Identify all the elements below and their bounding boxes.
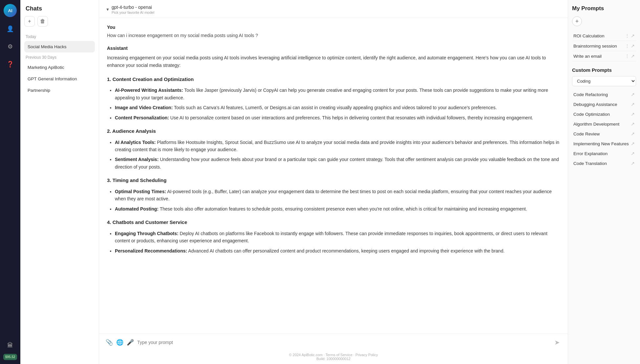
external-link-icon[interactable]: ↗ bbox=[631, 92, 635, 97]
section-3-bullets: Optimal Posting Times: AI-powered tools … bbox=[107, 188, 560, 212]
section-heading-4: 4. Chatbots and Customer Service bbox=[107, 218, 560, 227]
chat-item-label: GPT General Information bbox=[28, 76, 86, 81]
section-1-bullets: AI-Powered Writing Assistants: Tools lik… bbox=[107, 87, 560, 121]
custom-prompt-code-optimization[interactable]: Code Optimization ↗ bbox=[572, 109, 636, 119]
external-link-icon[interactable]: ↗ bbox=[631, 151, 635, 156]
custom-prompt-algorithm-dev[interactable]: Algorithm Development ↗ bbox=[572, 119, 636, 129]
my-prompt-write-email[interactable]: Write an email ⋮ ↗ bbox=[572, 51, 636, 61]
external-link-icon[interactable]: ↗ bbox=[631, 102, 635, 107]
model-bar: ▼ gpt-4-turbo - openai Pick your favorit… bbox=[99, 0, 568, 18]
my-prompt-brainstorm[interactable]: Brainstorming session ⋮ ↗ bbox=[572, 41, 636, 51]
custom-prompt-code-refactoring[interactable]: Code Refactoring ↗ bbox=[572, 90, 636, 99]
my-prompts-title: My Prompts bbox=[572, 5, 636, 12]
bullet-item: Sentiment Analysis: Understanding how yo… bbox=[115, 156, 560, 171]
external-link-icon[interactable]: ↗ bbox=[631, 131, 635, 136]
new-chat-button[interactable]: + bbox=[24, 16, 35, 27]
bullet-item: Optimal Posting Times: AI-powered tools … bbox=[115, 188, 560, 203]
sidebar-actions: + 🗑 bbox=[24, 16, 95, 27]
external-link-icon[interactable]: ↗ bbox=[631, 121, 635, 127]
attach-icon[interactable]: 📎 bbox=[106, 339, 113, 346]
custom-prompt-label: Implementing New Features bbox=[573, 141, 631, 146]
input-bar: 📎 🌐 🎤 ➤ bbox=[99, 334, 568, 351]
prompt-more-icon[interactable]: ⋮ bbox=[625, 33, 629, 38]
bullet-item: Image and Video Creation: Tools such as … bbox=[115, 104, 560, 111]
chat-item-label: Social Media Hacks bbox=[28, 44, 86, 49]
footer-copyright: © 2024 ApiBotic.com · Terms of Service ·… bbox=[99, 353, 568, 357]
mic-icon[interactable]: 🎤 bbox=[127, 339, 134, 346]
today-label: Today bbox=[26, 34, 94, 39]
section-heading-3: 3. Timing and Scheduling bbox=[107, 176, 560, 185]
nav-icon-bank[interactable]: 🏛 bbox=[4, 339, 16, 351]
chat-item-label: Marketing ApiBotic bbox=[28, 65, 86, 70]
bullet-item: Automated Posting: These tools also offe… bbox=[115, 205, 560, 212]
external-link-icon[interactable]: ↗ bbox=[631, 111, 635, 117]
prompt-input[interactable] bbox=[137, 340, 550, 345]
nav-icon-gear[interactable]: ⚙ bbox=[4, 41, 16, 52]
bullet-item: Engaging Through Chatbots: Deploy AI cha… bbox=[115, 230, 560, 245]
custom-prompt-label: Code Translation bbox=[573, 161, 631, 166]
nav-credit-balance[interactable]: $95.52 bbox=[3, 354, 17, 360]
prompt-label: Brainstorming session bbox=[573, 44, 625, 49]
section-2-bullets: AI Analytics Tools: Platforms like Hoots… bbox=[107, 139, 560, 171]
nav-icon-person[interactable]: 👤 bbox=[4, 23, 16, 35]
my-prompt-roi-calc[interactable]: ROI Calculation ⋮ ↗ bbox=[572, 31, 636, 41]
send-button[interactable]: ➤ bbox=[553, 337, 561, 348]
custom-prompt-label: Error Explanation bbox=[573, 151, 631, 156]
chat-item-social-media-hacks[interactable]: Social Media Hacks ⋮ bbox=[24, 41, 95, 52]
category-select[interactable]: Coding Marketing General Writing bbox=[572, 76, 636, 86]
custom-prompt-label: Code Optimization bbox=[573, 112, 631, 117]
assistant-intro: Increasing engagement on your social med… bbox=[107, 54, 560, 69]
globe-icon[interactable]: 🌐 bbox=[116, 339, 123, 346]
sidebar: Chats + 🗑 Today Social Media Hacks ⋮ Pre… bbox=[20, 0, 99, 364]
prev30-label: Previous 30 Days bbox=[26, 55, 94, 60]
custom-prompt-label: Algorithm Development bbox=[573, 122, 631, 127]
bullet-item: AI Analytics Tools: Platforms like Hoots… bbox=[115, 139, 560, 153]
section-heading-2: 2. Audience Analysis bbox=[107, 127, 560, 135]
custom-prompt-code-review[interactable]: Code Review ↗ bbox=[572, 129, 636, 139]
prompt-open-icon[interactable]: ↗ bbox=[631, 33, 635, 38]
app-logo[interactable]: AI bbox=[4, 4, 17, 17]
right-panel: My Prompts + ROI Calculation ⋮ ↗ Brainst… bbox=[568, 0, 640, 364]
nav-icon-question[interactable]: ❓ bbox=[4, 58, 16, 70]
model-name: gpt-4-turbo - openai bbox=[112, 5, 154, 10]
prompt-label: Write an email bbox=[573, 54, 625, 59]
add-prompt-button[interactable]: + bbox=[572, 16, 582, 26]
prompt-more-icon[interactable]: ⋮ bbox=[625, 53, 629, 59]
section-4-bullets: Engaging Through Chatbots: Deploy AI cha… bbox=[107, 230, 560, 254]
custom-prompt-label: Code Refactoring bbox=[573, 92, 631, 97]
chat-item-marketing-apibotic[interactable]: Marketing ApiBotic ⋮ bbox=[24, 62, 95, 73]
left-navigation: AI 👤 ⚙ ❓ 🏛 $95.52 bbox=[0, 0, 20, 364]
footer-build: Build: 100000000012 bbox=[99, 357, 568, 361]
model-dropdown-arrow: ▼ bbox=[106, 7, 110, 12]
bullet-item: Personalized Recommendations: Advanced A… bbox=[115, 247, 560, 254]
model-selector[interactable]: ▼ gpt-4-turbo - openai Pick your favorit… bbox=[106, 5, 154, 14]
bullet-item: Content Personalization: Use AI to perso… bbox=[115, 114, 560, 121]
custom-prompt-implementing-features[interactable]: Implementing New Features ↗ bbox=[572, 139, 636, 149]
chat-item-label: Partnership bbox=[28, 88, 86, 93]
prompt-open-icon[interactable]: ↗ bbox=[631, 53, 635, 59]
user-label: You bbox=[107, 25, 560, 30]
custom-prompt-label: Debugging Assistance bbox=[573, 102, 631, 107]
prompt-more-icon[interactable]: ⋮ bbox=[625, 43, 629, 49]
external-link-icon[interactable]: ↗ bbox=[631, 161, 635, 166]
model-subtitle: Pick your favorite AI model bbox=[112, 10, 154, 14]
custom-prompt-error-explanation[interactable]: Error Explanation ↗ bbox=[572, 149, 636, 158]
custom-prompt-debugging[interactable]: Debugging Assistance ↗ bbox=[572, 99, 636, 109]
custom-prompt-label: Code Review bbox=[573, 131, 631, 136]
sidebar-title: Chats bbox=[24, 5, 95, 12]
chat-item-partnership[interactable]: Partnership ⋮ bbox=[24, 85, 95, 96]
external-link-icon[interactable]: ↗ bbox=[631, 141, 635, 146]
prompt-open-icon[interactable]: ↗ bbox=[631, 43, 635, 49]
bullet-item: AI-Powered Writing Assistants: Tools lik… bbox=[115, 87, 560, 101]
custom-prompt-code-translation[interactable]: Code Translation ↗ bbox=[572, 158, 636, 168]
assistant-label: Assistant bbox=[107, 46, 560, 51]
chat-scroll-area[interactable]: You How can i increase engagement on my … bbox=[99, 18, 568, 334]
custom-prompts-title: Custom Prompts bbox=[572, 67, 636, 73]
footer: © 2024 ApiBotic.com · Terms of Service ·… bbox=[99, 351, 568, 364]
prompt-label: ROI Calculation bbox=[573, 33, 625, 38]
chat-item-gpt-general[interactable]: GPT General Information ⋮ bbox=[24, 73, 95, 85]
section-heading-1: 1. Content Creation and Optimization bbox=[107, 75, 560, 84]
user-message: How can i increase engagement on my soci… bbox=[107, 32, 560, 39]
main-content: ▼ gpt-4-turbo - openai Pick your favorit… bbox=[99, 0, 568, 364]
delete-chat-button[interactable]: 🗑 bbox=[37, 16, 48, 27]
